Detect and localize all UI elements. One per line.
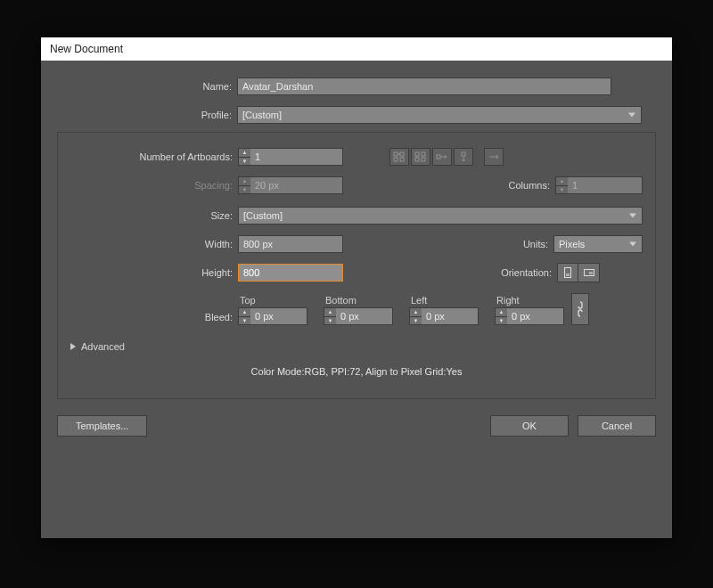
svg-rect-1 [400, 152, 404, 156]
bleed-bottom-value: 0 px [340, 311, 359, 322]
profile-dropdown[interactable]: [Custom] [237, 106, 642, 124]
columns-value: 1 [572, 180, 578, 191]
arrange-grid-by-column-icon [411, 148, 430, 166]
columns-stepper: ▲▼ 1 [555, 176, 643, 194]
orientation-landscape-icon[interactable] [578, 263, 600, 282]
svg-rect-13 [589, 272, 593, 274]
advanced-toggle[interactable]: Advanced [70, 341, 643, 352]
units-label: Units: [479, 239, 553, 249]
height-input[interactable]: 800 [238, 264, 343, 282]
svg-rect-11 [566, 274, 570, 276]
stepper-arrows-icon[interactable]: ▲▼ [238, 307, 250, 325]
name-input[interactable]: Avatar_Darshan [237, 78, 611, 95]
units-value: Pixels [559, 239, 585, 249]
bleed-right-value: 0 px [512, 311, 530, 322]
stepper-arrows-icon: ▲▼ [555, 176, 568, 194]
link-bleed-icon[interactable] [571, 293, 589, 325]
orientation-label: Orientation: [477, 267, 557, 278]
dialog-body: Name: Avatar_Darshan Profile: [Custom] N… [41, 61, 672, 453]
advanced-summary: Color Mode:RGB, PPI:72, Align to Pixel G… [70, 352, 643, 380]
artboards-label: Number of Artboards: [70, 151, 238, 162]
arrange-row-icon [432, 148, 452, 166]
height-label: Height: [70, 267, 238, 278]
artboards-value: 1 [255, 151, 260, 162]
stepper-arrows-icon[interactable]: ▲▼ [238, 148, 250, 166]
stepper-arrows-icon[interactable]: ▲▼ [409, 307, 422, 325]
size-value: [Custom] [243, 210, 283, 221]
cancel-button[interactable]: Cancel [578, 415, 656, 437]
stepper-arrows-icon[interactable]: ▲▼ [495, 307, 507, 325]
width-label: Width: [70, 239, 238, 249]
bleed-bottom-label: Bottom [324, 295, 393, 306]
arrange-column-icon [454, 148, 473, 166]
dialog-title: New Document [50, 43, 123, 55]
width-input[interactable]: 800 px [238, 235, 343, 253]
spacing-stepper: ▲▼ 20 px [238, 176, 343, 194]
bleed-top-stepper[interactable]: ▲▼ 0 px [238, 307, 307, 325]
spacing-label: Spacing: [70, 180, 238, 191]
bleed-label: Bleed: [70, 312, 238, 325]
arrange-grid-by-row-icon [389, 148, 409, 166]
orientation-portrait-icon[interactable] [557, 263, 578, 282]
stepper-arrows-icon: ▲▼ [238, 176, 250, 194]
profile-value: [Custom] [242, 110, 282, 120]
name-label: Name: [57, 81, 237, 92]
spacing-value: 20 px [255, 180, 279, 191]
arrange-rtl-icon [484, 148, 504, 166]
stepper-arrows-icon[interactable]: ▲▼ [324, 307, 336, 325]
size-label: Size: [70, 210, 238, 221]
new-document-dialog: New Document Name: Avatar_Darshan Profil… [41, 37, 672, 538]
svg-rect-0 [394, 152, 397, 156]
name-value: Avatar_Darshan [242, 81, 313, 92]
svg-rect-3 [400, 158, 404, 161]
document-settings-group: Number of Artboards: ▲▼ 1 [57, 132, 656, 399]
width-value: 800 px [243, 239, 273, 249]
units-dropdown[interactable]: Pixels [553, 235, 643, 253]
bleed-right-label: Right [495, 295, 564, 306]
svg-rect-5 [422, 152, 425, 156]
bleed-bottom-stepper[interactable]: ▲▼ 0 px [324, 307, 393, 325]
orientation-toggle[interactable] [557, 263, 600, 282]
svg-rect-9 [462, 152, 465, 156]
bleed-left-stepper[interactable]: ▲▼ 0 px [409, 307, 479, 325]
svg-rect-8 [437, 155, 440, 159]
bleed-left-value: 0 px [426, 311, 445, 322]
bleed-top-value: 0 px [255, 311, 274, 322]
templates-button[interactable]: Templates... [57, 415, 147, 437]
bleed-left-label: Left [409, 295, 479, 306]
advanced-label: Advanced [81, 341, 125, 352]
size-dropdown[interactable]: [Custom] [238, 207, 643, 225]
artboards-stepper[interactable]: ▲▼ 1 [238, 148, 343, 166]
svg-rect-4 [415, 152, 419, 156]
height-value: 800 [243, 267, 259, 278]
svg-rect-2 [394, 158, 397, 161]
bleed-top-label: Top [238, 295, 307, 306]
profile-label: Profile: [57, 110, 237, 120]
ok-button[interactable]: OK [490, 415, 569, 437]
bleed-right-stepper[interactable]: ▲▼ 0 px [495, 307, 564, 325]
svg-rect-6 [415, 158, 419, 161]
svg-rect-7 [422, 158, 425, 161]
dialog-titlebar: New Document [41, 37, 672, 61]
columns-label: Columns: [480, 180, 555, 191]
